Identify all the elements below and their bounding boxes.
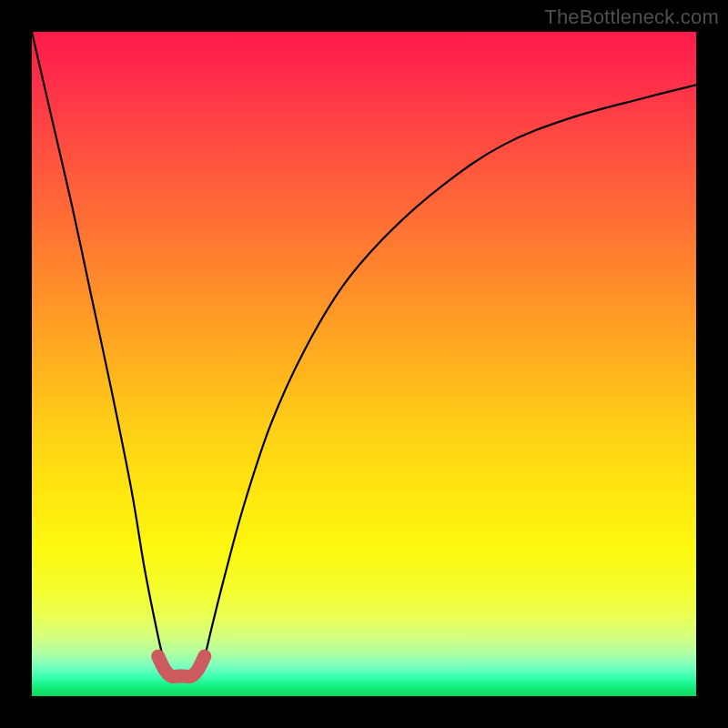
- watermark-text: TheBottleneck.com: [544, 5, 719, 29]
- chart-frame: TheBottleneck.com: [0, 0, 728, 728]
- bottleneck-curve: [32, 32, 696, 677]
- curve-layer: [32, 32, 696, 696]
- bottom-sweetspot: [158, 656, 205, 676]
- plot-area: [32, 32, 696, 696]
